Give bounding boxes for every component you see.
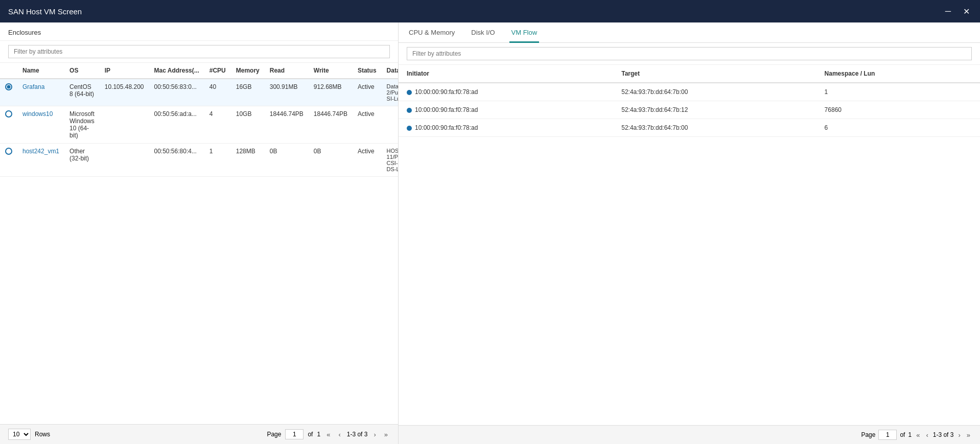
table-row[interactable]: 10:00:00:90:fa:f0:78:ad 52:4a:93:7b:dd:6… (399, 83, 980, 101)
enclosures-header: Enclosures (0, 22, 398, 41)
vm-flow-table: Initiator Target Namespace / Lun 10:00:0… (399, 65, 980, 137)
col-write: Write (309, 63, 353, 79)
cell-ip: 10.105.48.200 (100, 79, 149, 106)
table-row[interactable]: Grafana CentOS 8 (64-bit) 10.105.48.200 … (0, 79, 398, 106)
right-filter-bar (399, 43, 980, 65)
col-radio (0, 63, 17, 79)
cell-status: Active (353, 106, 382, 144)
radio-button[interactable] (5, 148, 12, 155)
right-of-label: of (900, 431, 905, 438)
cell-mac: 00:50:56:83:0... (149, 79, 204, 106)
cell-namespace: 76860 (816, 101, 980, 119)
cell-memory: 16GB (231, 79, 265, 106)
right-panel: CPU & Memory Disk I/O VM Flow Initiator … (399, 22, 980, 444)
right-page-input[interactable] (878, 430, 897, 440)
last-page-btn[interactable]: » (382, 430, 390, 439)
cell-memory: 128MB (231, 144, 265, 177)
cell-read: 300.91MB (265, 79, 309, 106)
of-label: of (308, 431, 313, 438)
cell-write: 0B (309, 144, 353, 177)
radio-button[interactable] (5, 110, 12, 118)
page-label: Page (267, 431, 281, 438)
right-total-pages: 1 (908, 431, 912, 438)
page-range: 1-3 of 3 (347, 431, 368, 438)
table-row[interactable]: 10:00:00:90:fa:f0:78:ad 52:4a:93:7b:dd:6… (399, 119, 980, 137)
cell-datastore: HOST242-DS-Lun8-11/PureStoragDS-SCSI-Lun… (382, 144, 398, 177)
cell-mac: 00:50:56:ad:a... (149, 106, 204, 144)
right-next-page-btn[interactable]: › (956, 430, 962, 440)
cell-ip (100, 106, 149, 144)
radio-cell (0, 106, 17, 144)
radio-button[interactable] (5, 83, 12, 90)
tab-disk-io[interactable]: Disk I/O (469, 22, 497, 43)
cell-cpu: 1 (204, 144, 231, 177)
close-button[interactable]: ✕ (961, 5, 972, 18)
cell-cpu: 40 (204, 79, 231, 106)
window-title: SAN Host VM Screen (8, 7, 82, 16)
right-prev-page-btn[interactable]: ‹ (924, 430, 929, 440)
cell-target: 52:4a:93:7b:dd:64:7b:00 (613, 119, 816, 137)
col-name: Name (17, 63, 64, 79)
next-page-btn[interactable]: › (371, 430, 378, 439)
cell-name: windows10 (17, 106, 64, 144)
right-first-page-btn[interactable]: « (915, 430, 921, 440)
col-initiator: Initiator (399, 65, 613, 83)
rows-per-page-select[interactable]: 10 25 50 (8, 429, 31, 440)
left-pagination: 10 25 50 Rows Page of 1 « ‹ 1-3 of 3 › » (0, 424, 398, 444)
cell-namespace: 6 (816, 119, 980, 137)
cell-initiator: 10:00:00:90:fa:f0:78:ad (399, 83, 613, 101)
cell-datastore (382, 106, 398, 144)
right-filter-input[interactable] (407, 47, 972, 60)
main-content: Enclosures Name OS IP Mac Address(... #C… (0, 22, 980, 444)
table-row[interactable]: host242_vm1 Other (32-bit) 00:50:56:80:4… (0, 144, 398, 177)
table-row[interactable]: 10:00:00:90:fa:f0:78:ad 52:4a:93:7b:dd:6… (399, 101, 980, 119)
col-target: Target (613, 65, 816, 83)
table-header-row: Name OS IP Mac Address(... #CPU Memory R… (0, 63, 398, 79)
radio-cell (0, 79, 17, 106)
first-page-btn[interactable]: « (324, 430, 332, 439)
cell-os: Other (32-bit) (64, 144, 100, 177)
cell-memory: 10GB (231, 106, 265, 144)
cell-name: Grafana (17, 79, 64, 106)
col-cpu: #CPU (204, 63, 231, 79)
cell-write: 18446.74PB (309, 106, 353, 144)
cell-write: 912.68MB (309, 79, 353, 106)
cell-namespace: 1 (816, 83, 980, 101)
cell-target: 52:4a:93:7b:dd:64:7b:12 (613, 101, 816, 119)
col-memory: Memory (231, 63, 265, 79)
tabs-bar: CPU & Memory Disk I/O VM Flow (399, 22, 980, 43)
cell-ip (100, 144, 149, 177)
cell-cpu: 4 (204, 106, 231, 144)
left-panel: Enclosures Name OS IP Mac Address(... #C… (0, 22, 399, 444)
table-row[interactable]: windows10 Microsoft Windows 10 (64-bit) … (0, 106, 398, 144)
col-ip: IP (100, 63, 149, 79)
enclosures-table: Name OS IP Mac Address(... #CPU Memory R… (0, 63, 398, 177)
cell-target: 52:4a:93:7b:dd:64:7b:00 (613, 83, 816, 101)
cell-status: Active (353, 79, 382, 106)
minimize-button[interactable]: ─ (943, 5, 953, 18)
tab-cpu-memory[interactable]: CPU & Memory (407, 22, 457, 43)
cell-initiator: 10:00:00:90:fa:f0:78:ad (399, 101, 613, 119)
tab-vm-flow[interactable]: VM Flow (509, 22, 540, 43)
cell-datastore: Datastore-NVMe-242/PureStoraDS-SCSI-Lun6… (382, 79, 398, 106)
right-page-range: 1-3 of 3 (933, 431, 954, 438)
vm-flow-table-container: Initiator Target Namespace / Lun 10:00:0… (399, 65, 980, 425)
cell-status: Active (353, 144, 382, 177)
right-page-label: Page (861, 431, 875, 438)
cell-initiator: 10:00:00:90:fa:f0:78:ad (399, 119, 613, 137)
status-dot (407, 90, 412, 95)
cell-mac: 00:50:56:80:4... (149, 144, 204, 177)
cell-os: Microsoft Windows 10 (64-bit) (64, 106, 100, 144)
left-filter-input[interactable] (8, 45, 390, 58)
col-os: OS (64, 63, 100, 79)
rows-label: Rows (35, 431, 50, 438)
prev-page-btn[interactable]: ‹ (336, 430, 342, 439)
page-input[interactable] (285, 429, 304, 439)
title-bar: SAN Host VM Screen ─ ✕ (0, 0, 980, 22)
window-controls: ─ ✕ (943, 5, 972, 18)
col-mac: Mac Address(... (149, 63, 204, 79)
right-last-page-btn[interactable]: » (965, 430, 972, 440)
cell-os: CentOS 8 (64-bit) (64, 79, 100, 106)
radio-cell (0, 144, 17, 177)
right-table-header-row: Initiator Target Namespace / Lun (399, 65, 980, 83)
